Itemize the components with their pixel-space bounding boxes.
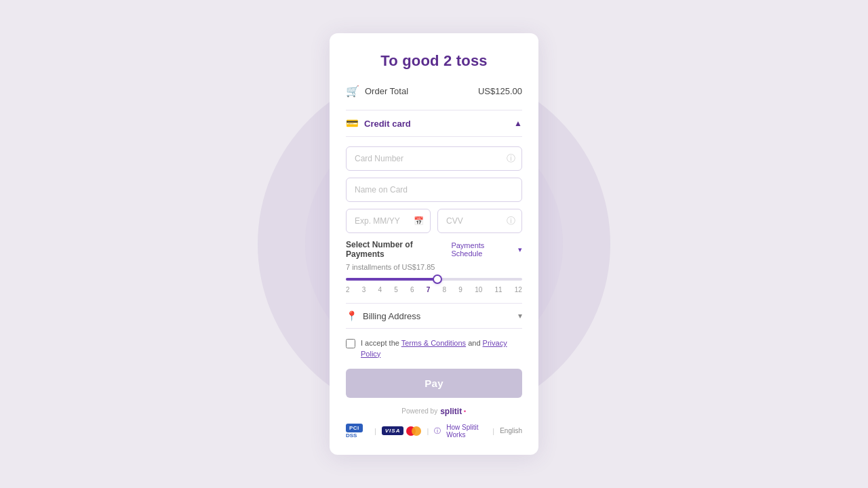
separator-1: | <box>374 427 376 435</box>
slider-label-11: 11 <box>494 286 502 293</box>
separator-2: | <box>427 427 429 435</box>
mc-orange-circle <box>412 426 421 436</box>
chevron-down-small-icon: ▾ <box>518 245 522 254</box>
terms-middle: and <box>466 339 482 347</box>
exp-wrapper: 📅 <box>346 209 431 233</box>
page-title: To good 2 toss <box>346 52 522 70</box>
slider-label-6: 6 <box>410 286 414 293</box>
slider-label-4: 4 <box>378 286 382 293</box>
card-logos: VISA <box>382 426 422 436</box>
terms-checkbox[interactable] <box>346 339 355 348</box>
card-number-wrapper: ⓘ <box>346 146 522 171</box>
card-number-group: ⓘ <box>346 146 522 171</box>
terms-conditions-link[interactable]: Terms & Conditions <box>401 339 466 347</box>
order-total-left: 🛒 Order Total <box>346 85 408 98</box>
payments-schedule-text: Payments Schedule <box>451 241 516 258</box>
separator-3: | <box>492 427 494 435</box>
credit-card-header-left: 💳 Credit card <box>346 117 411 129</box>
credit-card-section-header[interactable]: 💳 Credit card ▲ <box>346 110 522 137</box>
slider-label-8: 8 <box>443 286 447 293</box>
pci-badge-group: PCI DSS <box>346 424 369 439</box>
payments-schedule-link[interactable]: Payments Schedule ▾ <box>451 241 522 258</box>
credit-card-label: Credit card <box>364 119 411 129</box>
slider-label-3: 3 <box>362 286 366 293</box>
slider-label-10: 10 <box>475 286 482 293</box>
exp-input[interactable] <box>346 209 431 233</box>
exp-cvv-row: 📅 ⓘ <box>346 209 522 233</box>
pay-button[interactable]: Pay <box>346 369 522 398</box>
language-label: English <box>500 427 522 434</box>
billing-label: Billing Address <box>363 311 420 321</box>
name-on-card-wrapper <box>346 178 522 202</box>
billing-left: 📍 Billing Address <box>346 310 420 321</box>
splitit-logo: splitit· <box>440 406 466 417</box>
powered-by-row: Powered by splitit· <box>346 406 522 417</box>
slider-label-7: 7 <box>427 286 431 293</box>
terms-row: I accept the Terms & Conditions and Priv… <box>346 338 522 359</box>
splitit-dot: · <box>463 406 466 417</box>
terms-prefix: I accept the <box>361 339 401 347</box>
splitit-brand-text: splitit <box>440 407 462 416</box>
payments-header: Select Number of Payments Payments Sched… <box>346 240 522 259</box>
cart-icon: 🛒 <box>346 85 359 98</box>
footer-row: PCI DSS | VISA | ⓘ How Splitit Works | E… <box>346 424 522 439</box>
cvv-input[interactable] <box>437 209 522 233</box>
payments-label: Select Number of Payments <box>346 240 451 259</box>
slider-label-12: 12 <box>515 286 522 293</box>
slider-labels: 2 3 4 5 6 7 8 9 10 11 12 <box>346 286 522 293</box>
slider-thumb[interactable] <box>433 274 442 284</box>
slider-fill <box>346 278 437 281</box>
order-total-amount: US$125.00 <box>478 86 522 96</box>
order-total-row: 🛒 Order Total US$125.00 <box>346 85 522 98</box>
how-splitit-info-icon: ⓘ <box>434 426 441 436</box>
slider-label-5: 5 <box>394 286 398 293</box>
location-icon: 📍 <box>346 310 357 321</box>
chevron-up-icon: ▲ <box>514 119 522 128</box>
pci-badge: PCI <box>346 424 363 432</box>
billing-address-section[interactable]: 📍 Billing Address ▾ <box>346 303 522 329</box>
slider-track <box>346 278 522 281</box>
installments-text: 7 installments of US$17.85 <box>346 263 522 271</box>
slider-label-2: 2 <box>346 286 350 293</box>
card-number-input[interactable] <box>346 146 522 171</box>
payment-modal: To good 2 toss 🛒 Order Total US$125.00 💳… <box>330 33 538 455</box>
dss-label: DSS <box>346 432 357 439</box>
name-on-card-input[interactable] <box>346 178 522 202</box>
billing-chevron-down-icon: ▾ <box>518 311 522 321</box>
visa-logo: VISA <box>382 426 404 435</box>
powered-by-text: Powered by <box>401 407 437 415</box>
payments-slider-container <box>346 278 522 281</box>
how-splitit-works-link[interactable]: How Splitit Works <box>446 424 487 439</box>
cvv-wrapper: ⓘ <box>437 209 522 233</box>
payments-section: Select Number of Payments Payments Sched… <box>346 240 522 293</box>
name-on-card-group <box>346 178 522 202</box>
credit-card-icon: 💳 <box>346 117 359 129</box>
slider-label-9: 9 <box>458 286 462 293</box>
terms-text: I accept the Terms & Conditions and Priv… <box>361 338 522 359</box>
mastercard-logo <box>406 426 421 436</box>
order-total-label: Order Total <box>365 86 408 96</box>
